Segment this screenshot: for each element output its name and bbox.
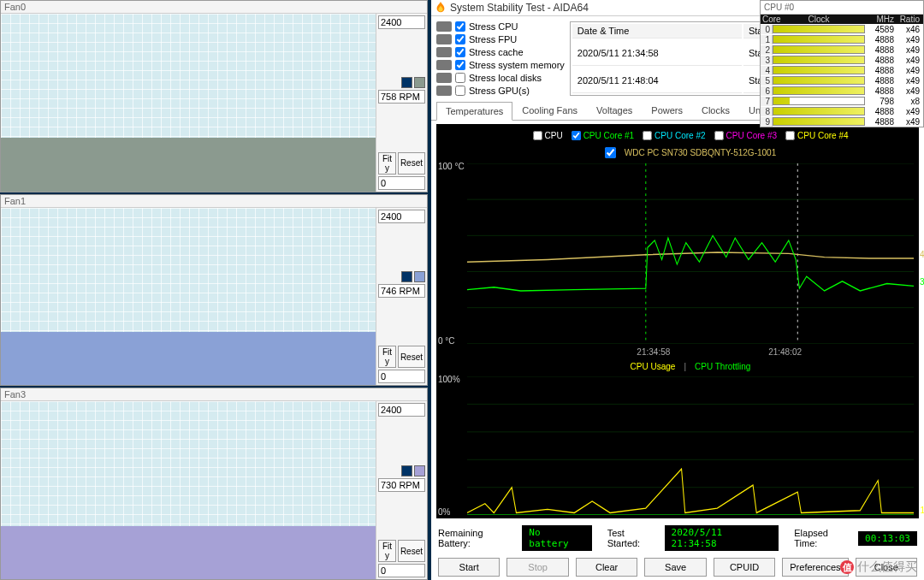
cpu-clock-bar [773, 25, 865, 33]
remaining-battery-label: Remaining Battery: [438, 528, 517, 548]
tab-cooling fans[interactable]: Cooling Fans [512, 101, 587, 120]
cpu-core-idx: 1 [761, 35, 773, 44]
fan-controls: Fit y Reset [376, 208, 427, 386]
chart1-xlabel-0: 21:34:58 [637, 347, 670, 357]
fan-max-input[interactable] [378, 210, 425, 223]
cpu-core-idx: 6 [761, 86, 773, 96]
fan-swatch1[interactable] [401, 465, 412, 476]
stress-item-4[interactable]: Stress local disks [436, 73, 565, 83]
fan-fity-button[interactable]: Fit y [378, 540, 396, 562]
cpu-core-idx: 4 [761, 66, 773, 75]
stress-item-3[interactable]: Stress system memory [436, 60, 565, 70]
cpu-clock-bar [773, 76, 865, 85]
fan-graph[interactable] [1, 401, 376, 579]
test-started-value: 2020/5/11 21:34:58 [665, 525, 779, 551]
fan-min-input[interactable] [378, 176, 425, 190]
fan-swatch1[interactable] [401, 271, 412, 282]
fan-reset-button[interactable]: Reset [398, 152, 425, 175]
chart1-endlabel-a: 47 [920, 250, 924, 259]
tab-clocks[interactable]: Clocks [692, 101, 739, 120]
fan-controls: Fit y Reset [376, 14, 427, 192]
cpu-core-row: 8 4888 x49 [761, 106, 923, 116]
fan-panel-0: Fan0 Fit y Reset [0, 0, 428, 192]
elapsed-time-label: Elapsed Time: [794, 528, 853, 548]
fan-rpm-value [378, 478, 425, 492]
hardware-icon [436, 34, 452, 44]
fan-swatch2[interactable] [414, 465, 425, 476]
preferences-button[interactable]: Preferences [782, 558, 848, 577]
fan-fity-button[interactable]: Fit y [378, 152, 396, 175]
stress-item-0[interactable]: Stress CPU [436, 21, 565, 32]
cpu-core-idx: 2 [761, 45, 773, 55]
cpu-clock-bar [773, 45, 865, 54]
fan-min-input[interactable] [378, 564, 425, 577]
cpu-clock-bar [773, 86, 865, 95]
stress-options: Stress CPU Stress FPU Stress cache Stres… [436, 21, 565, 96]
fan-min-input[interactable] [378, 370, 425, 383]
chart2-legend-usage: CPU Usage [631, 362, 676, 371]
cpu-mhz: 4888 [865, 76, 896, 86]
hardware-icon [436, 60, 452, 70]
chart1-legend-item[interactable]: CPU Core #4 [785, 131, 848, 140]
close-button[interactable]: Close [856, 558, 917, 577]
tab-powers[interactable]: Powers [642, 101, 692, 120]
cpu-core-idx: 3 [761, 56, 773, 65]
chart1-xlabel-1: 21:48:02 [768, 347, 802, 357]
log-col-datetime[interactable]: Date & Time [572, 24, 742, 38]
cpu-clock-bar [773, 66, 865, 74]
cpu-clock-bar [773, 117, 865, 126]
stress-item-1[interactable]: Stress FPU [436, 34, 565, 44]
stress-checkbox[interactable] [455, 21, 465, 32]
flame-icon [435, 2, 447, 14]
chart1-sublegend: WDC PC SN730 SDBQNTY-512G-1001 [467, 145, 914, 160]
chart1-legend-item[interactable]: CPU Core #2 [643, 131, 705, 140]
stress-checkbox[interactable] [455, 60, 465, 70]
stress-label: Stress CPU [469, 21, 518, 32]
hardware-icon [436, 73, 452, 83]
fan-controls: Fit y Reset [376, 401, 427, 579]
stress-checkbox[interactable] [455, 47, 465, 57]
cpuid-button[interactable]: CPUID [714, 558, 775, 577]
fan-reset-button[interactable]: Reset [398, 540, 425, 562]
fan-max-input[interactable] [378, 15, 425, 29]
chart1-legend-item[interactable]: CPU Core #1 [572, 131, 634, 140]
fan-graph[interactable] [1, 208, 376, 386]
clear-button[interactable]: Clear [576, 558, 637, 577]
fan-title: Fan1 [1, 195, 427, 208]
cpu-panel-header: CoreClockMHzRatio [761, 15, 923, 24]
chart2-legend: CPU Usage | CPU Throttling [467, 360, 914, 373]
fan-swatch2[interactable] [414, 77, 425, 88]
fan-swatch1[interactable] [401, 77, 412, 88]
chart1-legend-item[interactable]: CPU [533, 131, 563, 140]
chart1-endlabel-b: 32 [920, 277, 924, 287]
chart1-sublegend-checkbox[interactable] [605, 147, 616, 158]
status-bar: Remaining Battery: No battery Test Start… [431, 522, 924, 554]
hardware-icon [436, 47, 452, 57]
svg-rect-9 [467, 376, 914, 515]
chart1-legend-item[interactable]: CPU Core #3 [714, 131, 777, 140]
elapsed-time-value: 00:13:03 [858, 531, 917, 546]
window-title: System Stability Test - AIDA64 [450, 2, 589, 14]
stop-button[interactable]: Stop [506, 558, 568, 577]
fan-graph[interactable] [1, 14, 376, 192]
tab-temperatures[interactable]: Temperatures [436, 102, 512, 121]
tab-voltages[interactable]: Voltages [587, 101, 642, 120]
stress-checkbox[interactable] [455, 73, 465, 83]
fan-fity-button[interactable]: Fit y [378, 346, 396, 368]
fan-max-input[interactable] [378, 403, 425, 417]
fan-swatch2[interactable] [414, 271, 425, 282]
fan-panel-1: Fan1 Fit y Reset [0, 194, 428, 387]
stress-item-2[interactable]: Stress cache [436, 47, 565, 57]
cpu-ratio: x49 [896, 56, 923, 65]
start-button[interactable]: Start [438, 558, 500, 577]
stress-item-5[interactable]: Stress GPU(s) [436, 86, 565, 96]
chart2-y-top: 100% [438, 375, 460, 384]
chart2-endlabel-a: 1% [921, 506, 924, 515]
stress-checkbox[interactable] [455, 34, 465, 44]
cpu-ratio: x49 [896, 117, 923, 127]
fan-reset-button[interactable]: Reset [398, 346, 425, 368]
cpu-ratio: x49 [896, 35, 923, 44]
chart1-y-top: 100 °C [438, 162, 465, 171]
stress-checkbox[interactable] [455, 86, 465, 96]
save-button[interactable]: Save [644, 558, 706, 577]
